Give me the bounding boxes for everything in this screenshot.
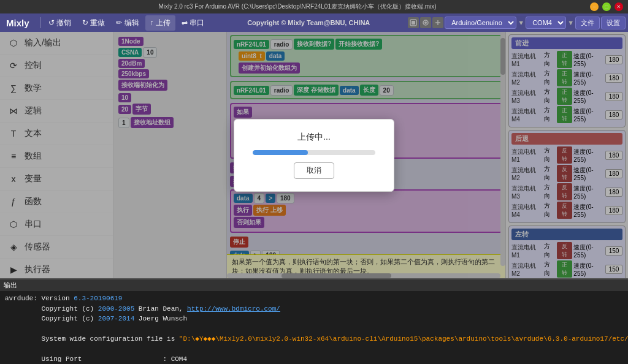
version-highlight: 6.3-20190619 (74, 295, 122, 302)
app-name: Mixly (2, 17, 33, 29)
console-line-1: avrdude: Version 6.3-20190619 (5, 294, 623, 304)
file-button[interactable]: 文件 (575, 17, 600, 29)
upload-menu[interactable]: ↑ 上传 (145, 15, 175, 31)
icon1 (408, 17, 419, 28)
board-select[interactable]: Arduino/Genuino (445, 17, 516, 29)
upload-dialog: 上传中... 取消 (234, 119, 394, 192)
upload-dialog-title: 上传中... (297, 132, 331, 143)
cancel-upload-button[interactable]: 取消 (294, 162, 334, 179)
serial-menu[interactable]: ⇌ 串口 (177, 15, 209, 31)
console-line-5: System wide configuration file is "D:\◆Y… (5, 334, 623, 344)
minimize-button[interactable]: − (590, 2, 599, 11)
undo-menu[interactable]: ↺ 撤销 (44, 15, 76, 31)
dialog-overlay: 上传中... 取消 (113, 32, 628, 278)
url-link[interactable]: http://www.bdmicro.com/ (187, 305, 280, 313)
upload-label: ↑ 上传 (150, 18, 170, 28)
settings-button[interactable]: 设置 (601, 17, 626, 29)
title-text: Mixly 2.0 rc3 For Arduino AVR (C:\Users\… (5, 2, 590, 11)
svg-point-3 (424, 21, 427, 24)
edit-label: ✏ 编辑 (116, 18, 139, 28)
console-line-4 (5, 324, 623, 335)
icon2 (420, 17, 431, 28)
redo-label: ↻ 重做 (82, 18, 105, 28)
edit-menu[interactable]: ✏ 编辑 (111, 15, 144, 31)
menubar: Mixly ↺ 撤销 ↻ 重做 ✏ 编辑 ↑ 上传 ⇌ 串口 Copyright… (0, 13, 628, 32)
console-line-6 (5, 344, 623, 355)
console-line-3: Copyright (c) 2007-2014 Joerg Wunsch (5, 314, 623, 324)
copyright-text: Copyright © Mixly Team@BNU, CHINA (247, 19, 370, 26)
undo-label: ↺ 撤销 (48, 18, 71, 28)
port-dropdown-arrow: ▼ (567, 19, 574, 26)
console-panel: 输出 avrdude: Version 6.3-20190619 Copyrig… (0, 278, 628, 364)
close-button[interactable]: ✕ (615, 2, 623, 11)
console-line-port: Using Port : COM4 (5, 354, 623, 364)
redo-menu[interactable]: ↻ 重做 (77, 15, 110, 31)
dropdown-arrow: ▼ (518, 19, 524, 26)
console-header-label: 输出 (4, 282, 17, 289)
port-select[interactable]: COM4 (526, 17, 566, 29)
path-highlight: "D:\◆Y◆◆◆\Mixly2.0\mixly2.0-win32-x64\ar… (179, 335, 628, 343)
console-line-2: Copyright (c) 2000-2005 Brian Dean, http… (5, 304, 623, 314)
maximize-button[interactable]: □ (602, 2, 611, 11)
serial-label: ⇌ 串口 (182, 18, 204, 28)
canvas-area[interactable]: 1Node CSNA 10 20dBm 250kbps 接收端初始化为 (113, 32, 628, 278)
titlebar: Mixly 2.0 rc3 For Arduino AVR (C:\Users\… (0, 0, 628, 13)
progress-bar-container (253, 150, 375, 155)
icon3 (432, 17, 443, 28)
progress-bar-fill (253, 150, 308, 155)
svg-rect-1 (412, 21, 415, 25)
console-header: 输出 (0, 279, 628, 291)
